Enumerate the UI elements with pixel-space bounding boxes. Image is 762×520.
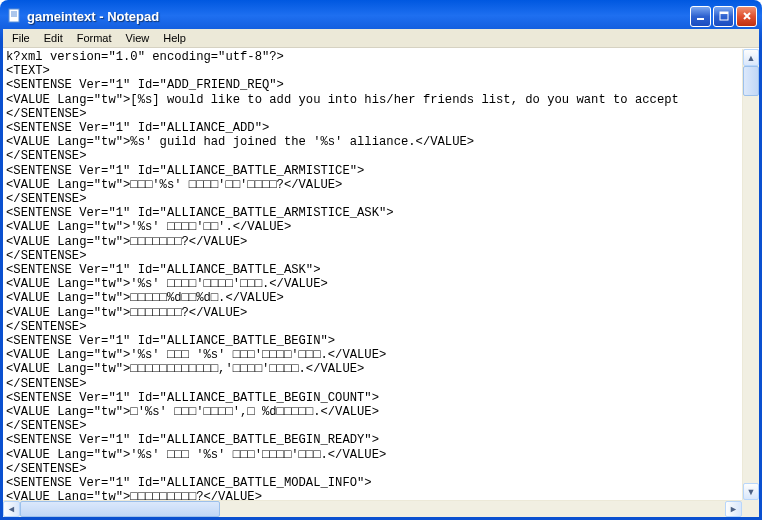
menu-format[interactable]: Format (70, 30, 119, 46)
minimize-button[interactable] (690, 6, 711, 27)
text-editor[interactable]: k?xml version="1.0" encoding="utf-8"?> <… (3, 49, 742, 500)
menu-view[interactable]: View (119, 30, 157, 46)
horizontal-scrollbar[interactable]: ◄ ► (3, 500, 742, 517)
menubar: File Edit Format View Help (3, 29, 759, 48)
notepad-app-icon (7, 8, 23, 24)
maximize-button[interactable] (713, 6, 734, 27)
client-area: File Edit Format View Help k?xml version… (3, 29, 759, 517)
scroll-left-button[interactable]: ◄ (3, 501, 20, 517)
close-button[interactable] (736, 6, 757, 27)
menu-edit[interactable]: Edit (37, 30, 70, 46)
window-title: gameintext - Notepad (27, 9, 690, 24)
window-buttons (690, 6, 757, 27)
menu-help[interactable]: Help (156, 30, 193, 46)
vertical-scrollbar[interactable]: ▲ ▼ (742, 49, 759, 500)
svg-rect-4 (697, 18, 704, 20)
menu-file[interactable]: File (5, 30, 37, 46)
scroll-right-button[interactable]: ► (725, 501, 742, 517)
scroll-up-button[interactable]: ▲ (743, 49, 759, 66)
size-grip[interactable] (742, 500, 759, 517)
editor-container: k?xml version="1.0" encoding="utf-8"?> <… (3, 48, 759, 517)
horizontal-scroll-thumb[interactable] (20, 501, 220, 517)
vertical-scroll-thumb[interactable] (743, 66, 759, 96)
notepad-window: gameintext - Notepad File Edit Format Vi… (0, 0, 762, 520)
titlebar[interactable]: gameintext - Notepad (3, 3, 759, 29)
scroll-down-button[interactable]: ▼ (743, 483, 759, 500)
svg-rect-6 (720, 12, 728, 14)
